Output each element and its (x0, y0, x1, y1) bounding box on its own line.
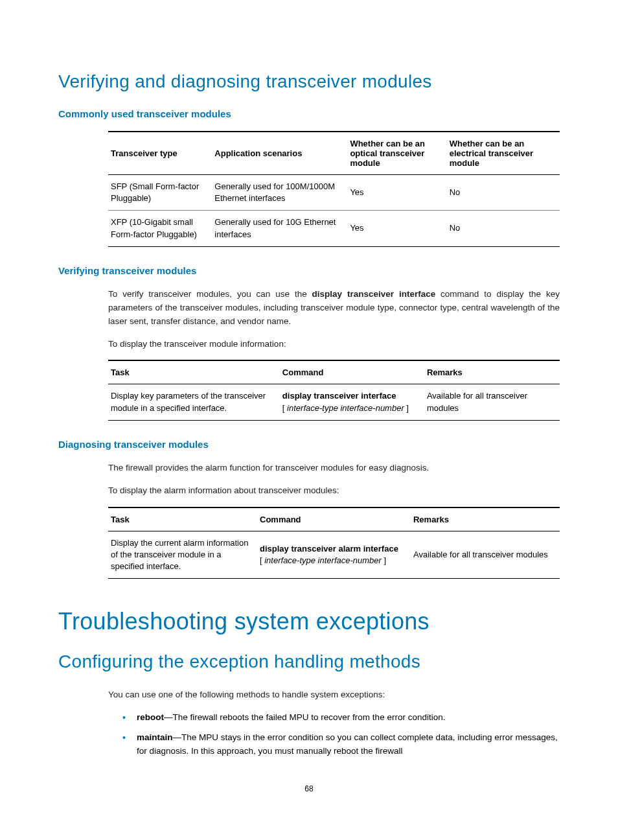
cell-scenarios: Generally used for 10G Ethernet interfac… (212, 211, 347, 246)
command-italic: interface-type interface-number (264, 555, 382, 565)
table-header-row: Transceiver type Application scenarios W… (108, 132, 560, 175)
text-span: To verify transceiver modules, you can u… (108, 289, 312, 299)
cell-remarks: Available for all transceiver modules (424, 384, 560, 420)
verify-command-table: Task Command Remarks Display key paramet… (108, 360, 560, 420)
command-name: display transceiver interface (312, 289, 436, 299)
subheading-common-modules: Commonly used transceiver modules (58, 108, 560, 119)
cell-remarks: Available for all transceiver modules (411, 531, 560, 579)
cell-type: XFP (10-Gigabit small Form-factor Plugga… (108, 211, 212, 246)
col-header-electrical: Whether can be an electrical transceiver… (447, 132, 560, 175)
diagnose-command-table: Task Command Remarks Display the current… (108, 507, 560, 579)
table-row: SFP (Small Form-factor Pluggable) Genera… (108, 175, 560, 211)
page-content: Verifying and diagnosing transceiver mod… (0, 0, 618, 826)
col-header-optical: Whether can be an optical transceiver mo… (347, 132, 446, 175)
table-header-row: Task Command Remarks (108, 360, 560, 384)
paragraph-verify-lead: To display the transceiver module inform… (108, 338, 560, 351)
table-row: Display the current alarm information of… (108, 531, 560, 579)
col-header-remarks: Remarks (424, 360, 560, 384)
col-header-command: Command (280, 360, 424, 384)
command-bold: display transceiver alarm interface (260, 544, 398, 554)
list-item: reboot—The firewall reboots the failed M… (128, 711, 560, 725)
paragraph-diagnose-intro: The firewall provides the alarm function… (108, 461, 560, 475)
col-header-task: Task (108, 508, 257, 531)
chapter-title-troubleshooting: Troubleshooting system exceptions (58, 608, 560, 635)
page-number: 68 (58, 784, 560, 793)
table-block-1: Transceiver type Application scenarios W… (108, 131, 560, 247)
verifying-body: To verify transceiver modules, you can u… (108, 288, 560, 421)
col-header-remarks: Remarks (411, 508, 560, 531)
table-row: Display key parameters of the transceive… (108, 384, 560, 420)
paragraph-verify-intro: To verify transceiver modules, you can u… (108, 288, 560, 329)
table-header-row: Task Command Remarks (108, 508, 560, 531)
list-item: maintain—The MPU stays in the error cond… (128, 731, 560, 758)
section-title-exception-methods: Configuring the exception handling metho… (58, 651, 560, 672)
cell-command: display transceiver alarm interface [ in… (257, 531, 411, 579)
cell-electrical: No (447, 211, 560, 246)
bullet-text: —The MPU stays in the error condition so… (137, 732, 558, 756)
cell-electrical: No (447, 175, 560, 211)
exception-body: You can use one of the following methods… (108, 688, 560, 758)
paragraph-exception-lead: You can use one of the following methods… (108, 688, 560, 702)
subheading-verifying: Verifying transceiver modules (58, 265, 560, 276)
bullet-term: maintain (137, 732, 173, 742)
cell-command: display transceiver interface [ interfac… (280, 384, 424, 420)
col-header-command: Command (257, 508, 411, 531)
exception-methods-list: reboot—The firewall reboots the failed M… (108, 711, 560, 758)
col-header-task: Task (108, 360, 280, 384)
paragraph-diagnose-lead: To display the alarm information about t… (108, 484, 560, 498)
diagnosing-body: The firewall provides the alarm function… (108, 461, 560, 579)
col-header-scenarios: Application scenarios (212, 132, 347, 175)
table-row: XFP (10-Gigabit small Form-factor Plugga… (108, 211, 560, 246)
cell-scenarios: Generally used for 100M/1000M Ethernet i… (212, 175, 347, 211)
section-title-verifying: Verifying and diagnosing transceiver mod… (58, 71, 560, 92)
cell-optical: Yes (347, 175, 446, 211)
subheading-diagnosing: Diagnosing transceiver modules (58, 439, 560, 450)
cell-task: Display key parameters of the transceive… (108, 384, 280, 420)
col-header-type: Transceiver type (108, 132, 212, 175)
bullet-text: —The firewall reboots the failed MPU to … (164, 712, 445, 722)
command-bold: display transceiver interface (282, 391, 396, 401)
bullet-term: reboot (137, 712, 164, 722)
cell-type: SFP (Small Form-factor Pluggable) (108, 175, 212, 211)
command-italic: interface-type interface-number (287, 403, 404, 413)
transceiver-types-table: Transceiver type Application scenarios W… (108, 131, 560, 247)
cell-task: Display the current alarm information of… (108, 531, 257, 579)
cell-optical: Yes (347, 211, 446, 246)
